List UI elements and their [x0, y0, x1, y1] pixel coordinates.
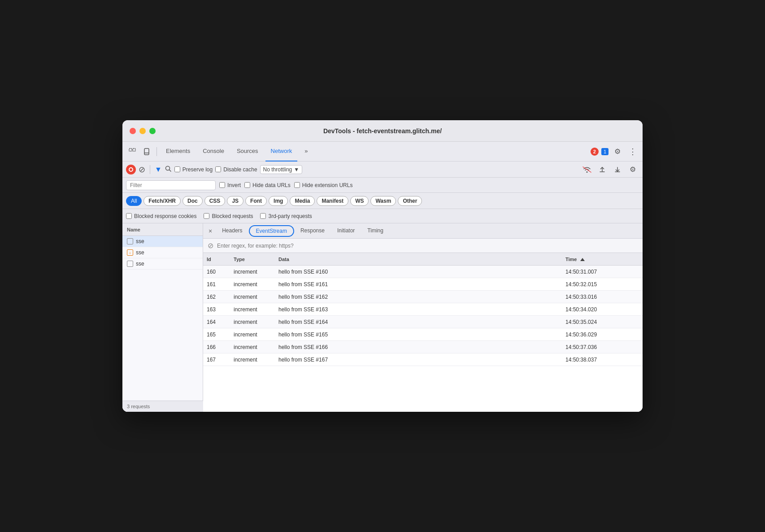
type-filter-css[interactable]: CSS [204, 196, 226, 206]
svg-rect-2 [144, 148, 149, 155]
request-area: Name sse ⌂ sse sse [122, 223, 643, 412]
tab-response[interactable]: Response [294, 223, 331, 239]
cell-data: hello from SSE #167 [275, 355, 562, 365]
request-list: Name sse ⌂ sse sse [122, 223, 203, 412]
throttle-dropdown-icon: ▼ [294, 166, 299, 173]
table-row[interactable]: 162 increment hello from SSE #162 14:50:… [203, 291, 643, 303]
type-filter-all[interactable]: All [126, 196, 142, 206]
cell-time: 14:50:36.029 [562, 330, 634, 340]
cell-id: 165 [203, 330, 230, 340]
blocked-cookies-checkbox[interactable]: Blocked response cookies [126, 213, 196, 219]
cell-id: 161 [203, 279, 230, 289]
col-type: Type [230, 257, 275, 262]
request-item-sse-1[interactable]: sse [122, 236, 203, 247]
cell-type: increment [230, 267, 275, 277]
cell-time: 14:50:34.020 [562, 305, 634, 314]
cell-time: 14:50:37.036 [562, 342, 634, 352]
third-party-checkbox[interactable]: 3rd-party requests [260, 213, 312, 219]
cell-id: 162 [203, 292, 230, 302]
search-button[interactable] [165, 165, 172, 174]
detail-tabs: × Headers EventStream Response Initiator [203, 223, 643, 239]
tab-initiator[interactable]: Initiator [331, 223, 361, 239]
type-filter-ws[interactable]: WS [350, 196, 369, 206]
hide-data-urls-checkbox[interactable]: Hide data URLs [244, 182, 291, 188]
pointer-tool-icon[interactable] [126, 145, 139, 158]
type-filter-js[interactable]: JS [227, 196, 243, 206]
detail-panel: × Headers EventStream Response Initiator [203, 223, 643, 412]
sep1 [156, 147, 157, 156]
tab-elements[interactable]: Elements [161, 142, 196, 161]
error-badge: 2 [591, 148, 599, 156]
preserve-log-checkbox[interactable]: Preserve log [174, 166, 213, 173]
block-icon: ⊘ [208, 241, 213, 250]
event-table: Id Type Data Time 160 increment hello fr… [203, 253, 643, 412]
titlebar: DevTools - fetch-eventstream.glitch.me/ [122, 120, 643, 142]
device-tool-icon[interactable] [140, 145, 153, 158]
table-row[interactable]: 160 increment hello from SSE #160 14:50:… [203, 266, 643, 278]
maximize-button[interactable] [149, 128, 156, 134]
disable-cache-checkbox[interactable]: Disable cache [215, 166, 257, 173]
throttle-select[interactable]: No throttling ▼ [260, 165, 303, 174]
cell-type: increment [230, 292, 275, 302]
network-settings-icon[interactable]: ⚙ [626, 163, 639, 176]
col-time: Time [562, 257, 634, 262]
record-button[interactable] [126, 165, 136, 174]
filter-bar: Invert Hide data URLs Hide extension URL… [122, 178, 643, 193]
event-table-header: Id Type Data Time [203, 253, 643, 266]
blocked-requests-checkbox[interactable]: Blocked requests [204, 213, 253, 219]
table-row[interactable]: 163 increment hello from SSE #163 14:50:… [203, 303, 643, 316]
request-item-sse-3[interactable]: sse [122, 258, 203, 270]
type-filter-img[interactable]: Img [269, 196, 288, 206]
upload-icon[interactable] [596, 163, 609, 176]
cell-id: 167 [203, 355, 230, 365]
minimize-button[interactable] [139, 128, 146, 134]
download-icon[interactable] [611, 163, 624, 176]
cell-time: 14:50:38.037 [562, 355, 634, 365]
regex-input[interactable] [217, 243, 638, 249]
type-filter-media[interactable]: Media [290, 196, 315, 206]
table-row[interactable]: 161 increment hello from SSE #161 14:50:… [203, 278, 643, 291]
filter-icon[interactable]: ▼ [155, 166, 162, 174]
cell-time: 14:50:31.007 [562, 267, 634, 277]
cell-id: 166 [203, 342, 230, 352]
invert-checkbox[interactable]: Invert [219, 182, 241, 188]
filter-input[interactable] [126, 180, 216, 190]
cell-id: 164 [203, 317, 230, 327]
tab-console[interactable]: Console [197, 142, 230, 161]
toolbar-right: 2 1 ⚙ ⋮ [591, 145, 639, 158]
table-row[interactable]: 165 increment hello from SSE #165 14:50:… [203, 328, 643, 341]
type-filter-manifest[interactable]: Manifest [317, 196, 348, 206]
col-data: Data [275, 257, 562, 262]
table-row[interactable]: 164 increment hello from SSE #164 14:50:… [203, 316, 643, 328]
type-filter-fetch-xhr[interactable]: Fetch/XHR [143, 196, 181, 206]
type-filter-bar: All Fetch/XHR Doc CSS JS Font Img Media … [122, 193, 643, 209]
request-item-sse-2[interactable]: ⌂ sse [122, 247, 203, 258]
type-filter-doc[interactable]: Doc [183, 196, 203, 206]
hide-ext-urls-checkbox[interactable]: Hide extension URLs [294, 182, 353, 188]
window-title: DevTools - fetch-eventstream.glitch.me/ [323, 127, 442, 135]
cell-type: increment [230, 305, 275, 314]
clear-button[interactable]: ⊘ [139, 166, 145, 174]
xhr-icon: ⌂ [127, 249, 133, 256]
network-toolbar: ⊘ ▼ Preserve log Disable cache No thrott… [122, 161, 643, 178]
cell-data: hello from SSE #160 [275, 267, 562, 277]
close-button[interactable] [130, 128, 136, 134]
sort-asc-icon [580, 258, 585, 261]
more-options-icon[interactable]: ⋮ [626, 145, 639, 158]
record-icon [129, 167, 133, 172]
tab-more[interactable]: » [299, 142, 313, 161]
tab-eventstream[interactable]: EventStream [249, 225, 294, 237]
table-row[interactable]: 167 increment hello from SSE #167 14:50:… [203, 353, 643, 366]
tab-sources[interactable]: Sources [231, 142, 264, 161]
type-filter-font[interactable]: Font [245, 196, 267, 206]
settings-icon[interactable]: ⚙ [611, 145, 624, 158]
close-detail-button[interactable]: × [205, 223, 216, 239]
type-filter-other[interactable]: Other [398, 196, 422, 206]
cell-type: increment [230, 279, 275, 289]
type-filter-wasm[interactable]: Wasm [370, 196, 396, 206]
wifi-icon[interactable] [581, 163, 593, 176]
tab-network[interactable]: Network [265, 142, 298, 161]
tab-timing[interactable]: Timing [361, 223, 390, 239]
tab-headers[interactable]: Headers [216, 223, 248, 239]
table-row[interactable]: 166 increment hello from SSE #166 14:50:… [203, 341, 643, 353]
